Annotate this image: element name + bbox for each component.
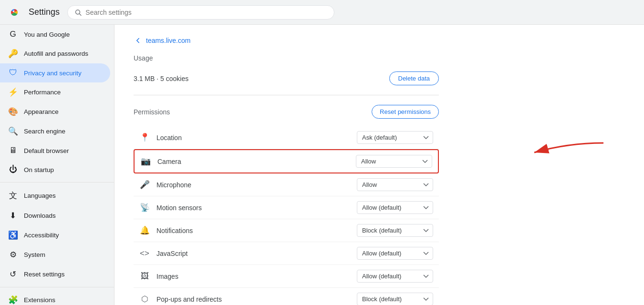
sidebar-label-performance: Performance bbox=[24, 89, 61, 96]
sidebar-label-extensions: Extensions bbox=[24, 296, 55, 304]
search-icon bbox=[74, 9, 82, 16]
sidebar-label-appearance: Appearance bbox=[24, 108, 59, 115]
permission-icon-motion-sensors: 📡 bbox=[139, 203, 150, 213]
sidebar-divider bbox=[0, 182, 114, 183]
permission-select-images[interactable]: Allow (default)AllowBlock bbox=[357, 270, 433, 283]
content-inner: teams.live.com Usage 3.1 MB · 5 cookies … bbox=[114, 25, 458, 305]
permission-name-camera: Camera bbox=[157, 158, 181, 165]
permission-row-popups: ⬡Pop-ups and redirectsBlock (default)All… bbox=[134, 288, 439, 305]
permission-row-images: 🖼ImagesAllow (default)AllowBlock bbox=[134, 265, 439, 288]
permission-select-javascript[interactable]: Allow (default)AllowBlock bbox=[357, 247, 433, 260]
permission-left-motion-sensors: 📡Motion sensors bbox=[139, 203, 202, 213]
permission-name-location: Location bbox=[156, 134, 182, 142]
permission-row-javascript: <>JavaScriptAllow (default)AllowBlock bbox=[134, 242, 439, 265]
usage-text: 3.1 MB · 5 cookies bbox=[134, 75, 188, 82]
search-bar[interactable] bbox=[67, 5, 334, 20]
permissions-label: Permissions bbox=[134, 108, 170, 116]
permission-name-javascript: JavaScript bbox=[156, 250, 187, 257]
page-title: Settings bbox=[29, 7, 60, 17]
permission-left-camera: 📷Camera bbox=[140, 156, 181, 166]
sidebar-icon-performance: ⚡ bbox=[8, 87, 18, 97]
permission-left-popups: ⬡Pop-ups and redirects bbox=[139, 294, 222, 304]
search-input[interactable] bbox=[85, 9, 327, 16]
permission-icon-camera: 📷 bbox=[140, 156, 151, 166]
permission-select-camera[interactable]: AllowBlockAsk (default) bbox=[356, 155, 432, 168]
permission-select-motion-sensors[interactable]: Allow (default)AllowBlock bbox=[357, 201, 433, 214]
permission-left-location: 📍Location bbox=[139, 132, 182, 142]
permission-left-images: 🖼Images bbox=[139, 272, 178, 281]
permissions-list: 📍LocationAsk (default)AllowBlock📷CameraA… bbox=[134, 126, 439, 305]
sidebar-icon-reset-settings: ↺ bbox=[8, 269, 18, 279]
sidebar-label-on-startup: On startup bbox=[24, 166, 54, 173]
permission-select-microphone[interactable]: AllowBlockAsk (default) bbox=[357, 178, 433, 191]
back-icon bbox=[134, 36, 142, 45]
back-nav[interactable]: teams.live.com bbox=[134, 36, 439, 45]
sidebar-icon-default-browser: 🖥 bbox=[8, 146, 18, 155]
sidebar-icon-languages: 文 bbox=[8, 190, 18, 201]
permission-row-notifications: 🔔NotificationsBlock (default)AllowBlock bbox=[134, 219, 439, 242]
sidebar-icon-appearance: 🎨 bbox=[8, 107, 18, 117]
sidebar-item-extensions[interactable]: 🧩Extensions bbox=[0, 290, 110, 305]
sidebar-item-languages[interactable]: 文Languages bbox=[0, 185, 110, 206]
sidebar-item-search-engine[interactable]: 🔍Search engine bbox=[0, 122, 110, 141]
permissions-header: Permissions Reset permissions bbox=[134, 105, 439, 119]
sidebar-icon-extensions: 🧩 bbox=[8, 295, 18, 305]
sidebar-item-system[interactable]: ⚙System bbox=[0, 245, 110, 264]
permission-select-location[interactable]: Ask (default)AllowBlock bbox=[357, 131, 433, 144]
sidebar-icon-you-google: G bbox=[8, 30, 18, 39]
sidebar-label-system: System bbox=[24, 251, 45, 258]
sidebar-icon-autofill: 🔑 bbox=[8, 49, 18, 59]
sidebar-label-default-browser: Default browser bbox=[24, 147, 69, 154]
sidebar-label-reset-settings: Reset settings bbox=[24, 271, 65, 278]
permission-icon-notifications: 🔔 bbox=[139, 225, 150, 235]
sidebar: GYou and Google🔑Autofill and passwords🛡P… bbox=[0, 25, 114, 305]
sidebar-icon-downloads: ⬇ bbox=[8, 211, 18, 221]
chrome-logo bbox=[8, 6, 21, 19]
sidebar-item-you-google[interactable]: GYou and Google bbox=[0, 25, 110, 44]
sidebar-divider bbox=[0, 287, 114, 287]
permission-icon-popups: ⬡ bbox=[139, 294, 150, 304]
reset-permissions-button[interactable]: Reset permissions bbox=[372, 105, 439, 119]
sidebar-item-accessibility[interactable]: ♿Accessibility bbox=[0, 225, 110, 245]
sidebar-item-default-browser[interactable]: 🖥Default browser bbox=[0, 141, 110, 160]
usage-label: Usage bbox=[134, 54, 439, 62]
permission-left-microphone: 🎤Microphone bbox=[139, 180, 191, 190]
sidebar-label-search-engine: Search engine bbox=[24, 128, 65, 135]
permission-icon-location: 📍 bbox=[139, 132, 150, 142]
sidebar-label-you-google: You and Google bbox=[24, 31, 70, 38]
permission-row-camera: 📷CameraAllowBlockAsk (default) bbox=[134, 149, 439, 173]
permission-name-microphone: Microphone bbox=[156, 181, 191, 189]
sidebar-item-on-startup[interactable]: ⏻On startup bbox=[0, 160, 110, 179]
permission-name-motion-sensors: Motion sensors bbox=[156, 204, 202, 212]
sidebar-icon-search-engine: 🔍 bbox=[8, 126, 18, 136]
sidebar-item-autofill[interactable]: 🔑Autofill and passwords bbox=[0, 44, 110, 63]
delete-data-button[interactable]: Delete data bbox=[389, 71, 439, 85]
sidebar-icon-on-startup: ⏻ bbox=[8, 165, 18, 174]
sidebar-item-appearance[interactable]: 🎨Appearance bbox=[0, 102, 110, 122]
sidebar-item-downloads[interactable]: ⬇Downloads bbox=[0, 206, 110, 225]
content-area: teams.live.com Usage 3.1 MB · 5 cookies … bbox=[114, 25, 644, 305]
sidebar-item-performance[interactable]: ⚡Performance bbox=[0, 82, 110, 102]
usage-row: 3.1 MB · 5 cookies Delete data bbox=[134, 68, 439, 95]
permission-row-microphone: 🎤MicrophoneAllowBlockAsk (default) bbox=[134, 173, 439, 196]
permission-row-location: 📍LocationAsk (default)AllowBlock bbox=[134, 126, 439, 149]
permission-select-popups[interactable]: Block (default)AllowBlock bbox=[357, 293, 433, 305]
permission-left-javascript: <>JavaScript bbox=[139, 249, 187, 258]
permission-name-popups: Pop-ups and redirects bbox=[156, 295, 222, 303]
sidebar-icon-privacy: 🛡 bbox=[8, 68, 18, 78]
sidebar-icon-accessibility: ♿ bbox=[8, 230, 18, 240]
permission-name-images: Images bbox=[156, 273, 178, 280]
sidebar-label-downloads: Downloads bbox=[24, 212, 56, 219]
sidebar-item-privacy[interactable]: 🛡Privacy and security bbox=[0, 63, 110, 82]
permission-icon-images: 🖼 bbox=[139, 272, 150, 281]
sidebar-icon-system: ⚙ bbox=[8, 250, 18, 260]
permission-select-notifications[interactable]: Block (default)AllowBlock bbox=[357, 224, 433, 237]
sidebar-label-languages: Languages bbox=[24, 192, 56, 199]
permission-name-notifications: Notifications bbox=[156, 227, 193, 234]
back-url: teams.live.com bbox=[146, 37, 190, 44]
sidebar-item-reset-settings[interactable]: ↺Reset settings bbox=[0, 264, 110, 284]
sidebar-label-accessibility: Accessibility bbox=[24, 232, 59, 239]
permission-icon-javascript: <> bbox=[139, 249, 150, 258]
topbar: Settings bbox=[0, 0, 644, 25]
svg-line-3 bbox=[80, 13, 82, 15]
